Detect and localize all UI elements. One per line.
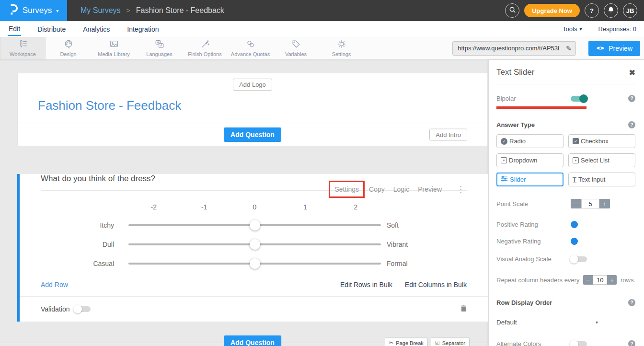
edit-url-icon[interactable]: ✎ [562, 45, 575, 52]
tab-distribute[interactable]: Distribute [36, 23, 67, 35]
breadcrumb-my-surveys[interactable]: My Surveys [80, 6, 121, 15]
help-icon[interactable]: ? [628, 95, 635, 102]
point-scale-value[interactable]: 5 [581, 199, 599, 208]
help-button[interactable]: ? [585, 3, 599, 18]
plus-button[interactable]: + [599, 199, 610, 208]
slider-thumb[interactable] [250, 258, 260, 269]
product-switcher[interactable]: Surveys ▾ [0, 0, 67, 21]
separator-button[interactable]: ☑ Separator [431, 338, 470, 346]
add-row-link[interactable]: Add Row [41, 281, 68, 288]
tab-edit[interactable]: Edit [8, 22, 21, 36]
help-icon[interactable]: ? [628, 340, 635, 346]
toolbar-right: ✎ Preview [452, 37, 644, 59]
survey-title[interactable]: Fashion Store - Feedback [38, 98, 487, 113]
avatar[interactable]: JB [623, 3, 637, 18]
visual-analog-row: Visual Analog Scale [496, 255, 635, 263]
slider-track[interactable] [128, 243, 381, 245]
survey-header-card: Add Logo Fashion Store - Feedback Add Qu… [17, 73, 488, 146]
answer-type-slider[interactable]: Slider [496, 173, 564, 186]
preview-button[interactable]: Preview [588, 41, 640, 56]
add-question-button-top[interactable]: Add Question [224, 127, 281, 142]
toolbar-item-languages[interactable]: A Languages [137, 37, 182, 59]
chain-link-icon [246, 39, 255, 50]
toolbar-item-media-library[interactable]: Media Library [91, 37, 137, 59]
slider-left-label: Itchy [41, 221, 114, 229]
minus-button[interactable]: − [583, 275, 593, 285]
edit-columns-in-bulk-link[interactable]: Edit Columns in Bulk [405, 281, 467, 288]
toolbar-item-advance-quotas[interactable]: Advance Quotas [228, 37, 273, 59]
question-action-copy[interactable]: Copy [365, 182, 389, 196]
negative-rating-color-swatch[interactable] [571, 238, 578, 245]
preview-label: Preview [609, 45, 632, 52]
page-break-button[interactable]: ✂ Page Break [385, 338, 428, 346]
repeat-headers-value[interactable]: 10 [593, 275, 607, 285]
edit-toolbar: Workspace Design Media Library A Languag… [0, 37, 644, 60]
answer-type-radio[interactable]: ✓ Radio [496, 134, 564, 148]
row-display-order-select[interactable]: Default ▾ [496, 319, 598, 326]
gear-icon [337, 39, 346, 50]
survey-url-group: ✎ [452, 41, 576, 56]
validation-label: Validation [41, 305, 69, 313]
alternate-colors-toggle[interactable] [571, 341, 587, 346]
tab-integration[interactable]: Integration [126, 23, 160, 35]
toolbar-item-finish-options[interactable]: Finish Options [182, 37, 228, 59]
toolbar-item-settings[interactable]: Settings [319, 37, 364, 59]
toolbar-item-label: Media Library [98, 51, 130, 57]
survey-url-input[interactable] [453, 42, 562, 55]
answer-type-select-list[interactable]: ▾ Select List [568, 153, 635, 167]
scale-label: -1 [179, 203, 229, 211]
answer-type-checkbox[interactable]: ✓ Checkbox [568, 134, 635, 148]
edit-rows-in-bulk-link[interactable]: Edit Rows in Bulk [340, 281, 392, 288]
product-name: Surveys [23, 6, 52, 15]
dropdown-icon: ▾ [501, 157, 507, 163]
repeat-headers-label: Repeat column headers every [496, 277, 579, 284]
add-question-button-bottom[interactable]: Add Question [224, 335, 281, 346]
alternate-colors-label: Alternate Colors [496, 340, 571, 346]
question-settings-panel: Text Slider ✖ Bipolar ? Answer Type ? ✓ … [489, 60, 644, 346]
help-icon[interactable]: ? [628, 121, 635, 128]
slider-track[interactable] [128, 224, 381, 226]
add-intro-button[interactable]: Add Intro [429, 128, 467, 140]
toolbar-item-label: Design [60, 51, 76, 57]
notifications-button[interactable] [604, 3, 618, 18]
minus-button[interactable]: − [571, 199, 581, 208]
negative-rating-row: Negative Rating [496, 238, 635, 245]
alternate-colors-row: Alternate Colors ? [496, 340, 635, 346]
toolbar-item-label: Settings [332, 51, 351, 57]
validation-toggle[interactable] [74, 306, 91, 312]
search-button[interactable] [505, 3, 519, 18]
responses-count: Responses: 0 [598, 25, 637, 33]
toolbar-item-label: Variables [285, 51, 307, 57]
toolbar-item-variables[interactable]: Variables [273, 37, 319, 59]
toolbar-item-label: Workspace [10, 51, 36, 57]
translate-icon: A [155, 39, 164, 50]
separator-icon: ☑ [435, 340, 440, 346]
close-icon[interactable]: ✖ [629, 68, 635, 77]
question-action-preview[interactable]: Preview [414, 182, 446, 196]
tab-analytics[interactable]: Analytics [82, 23, 111, 35]
tools-menu[interactable]: Tools ▾ [563, 25, 582, 33]
bipolar-toggle[interactable] [571, 96, 587, 102]
answer-type-dropdown[interactable]: ▾ Dropdown [496, 153, 564, 167]
help-icon[interactable]: ? [628, 299, 635, 306]
plus-button[interactable]: + [607, 275, 617, 285]
slider-thumb[interactable] [250, 239, 260, 250]
slider-track[interactable] [128, 263, 381, 265]
slider-icon [501, 176, 508, 183]
rows-suffix-label: rows. [621, 277, 635, 284]
add-logo-button[interactable]: Add Logo [233, 79, 272, 91]
question-action-settings[interactable]: Settings [329, 181, 365, 198]
answer-type-header: Answer Type ? [496, 121, 635, 128]
question-action-logic[interactable]: Logic [389, 182, 414, 196]
bipolar-label: Bipolar [496, 95, 571, 102]
trash-icon[interactable] [460, 304, 467, 314]
answer-type-label: Select List [581, 157, 610, 164]
visual-analog-toggle[interactable] [571, 256, 587, 262]
slider-thumb[interactable] [250, 220, 260, 231]
toolbar-item-design[interactable]: Design [46, 37, 91, 59]
positive-rating-color-swatch[interactable] [571, 221, 578, 228]
toolbar-item-workspace[interactable]: Workspace [0, 37, 46, 59]
upgrade-now-button[interactable]: Upgrade Now [524, 4, 580, 17]
kebab-menu-icon[interactable]: ⋮ [457, 185, 465, 195]
answer-type-text-input[interactable]: T Text Input [568, 173, 635, 186]
